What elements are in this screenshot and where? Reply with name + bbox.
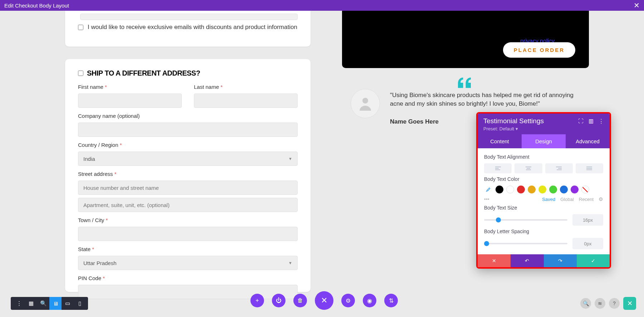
- clock-icon[interactable]: ◉: [363, 294, 376, 307]
- trash-icon[interactable]: 🗑: [293, 294, 307, 307]
- preset-dropdown[interactable]: Preset: Default ▾: [483, 126, 604, 131]
- help-icon[interactable]: ?: [609, 298, 620, 309]
- email-input[interactable]: [80, 14, 298, 20]
- swatch-white[interactable]: [506, 186, 514, 193]
- color-tab-recent[interactable]: Recent: [579, 197, 594, 202]
- align-justify-button[interactable]: [576, 163, 603, 173]
- color-row: [484, 186, 603, 193]
- bottom-toolbar: ⋮ ▦ 🔍 🖥 ▭ ▯: [11, 297, 88, 310]
- settings-icon[interactable]: ⚙: [341, 294, 355, 307]
- color-tab-global[interactable]: Global: [560, 197, 574, 202]
- size-value[interactable]: 16px: [572, 214, 603, 226]
- chevron-down-icon: ▼: [288, 157, 292, 161]
- company-input[interactable]: [78, 123, 298, 137]
- settings-panel: Testimonial Settings ⛶ ▥ ⋮ Preset: Defau…: [476, 112, 611, 269]
- tablet-icon[interactable]: ▭: [62, 297, 74, 310]
- town-input[interactable]: [78, 227, 298, 241]
- last-name-input[interactable]: [194, 93, 298, 108]
- add-button[interactable]: +: [250, 294, 264, 307]
- ship-heading: Ship to a different address?: [87, 69, 200, 77]
- email-card: I would like to receive exclusive emails…: [65, 11, 311, 47]
- tab-content[interactable]: Content: [478, 134, 522, 148]
- sort-icon[interactable]: ⇅: [384, 294, 398, 307]
- label-alignment: Body Text Alignment: [484, 154, 603, 160]
- label-first-name: First name *: [78, 84, 182, 90]
- spacing-value[interactable]: 0px: [572, 238, 603, 249]
- swatch-red[interactable]: [517, 186, 525, 193]
- label-color: Body Text Color: [484, 176, 603, 182]
- swatch-orange[interactable]: [528, 186, 536, 193]
- newsletter-label: I would like to receive exclusive emails…: [88, 24, 297, 31]
- tab-design[interactable]: Design: [522, 134, 566, 148]
- label-town: Town / City *: [78, 217, 298, 223]
- label-size: Body Text Size: [484, 205, 603, 211]
- menu-icon[interactable]: ⋮: [13, 297, 25, 310]
- swatch-none[interactable]: [581, 186, 589, 193]
- panel-body: Body Text Alignment Body Text Color: [478, 148, 610, 254]
- close-big-button[interactable]: ✕: [315, 291, 333, 310]
- shipping-card: Ship to a different address? First name …: [65, 59, 311, 292]
- desktop-icon[interactable]: 🖥: [49, 297, 62, 310]
- size-slider[interactable]: [484, 219, 567, 221]
- label-street: Street address *: [78, 171, 298, 177]
- mobile-icon[interactable]: ▯: [74, 297, 86, 310]
- eyedropper-icon[interactable]: [484, 186, 491, 193]
- newsletter-checkbox[interactable]: [78, 25, 83, 30]
- expand-icon[interactable]: ⛶: [578, 118, 584, 124]
- svg-point-0: [362, 98, 368, 104]
- page-title: Edit Checkout Body Layout: [4, 3, 69, 9]
- more-colors-icon[interactable]: •••: [484, 196, 489, 202]
- color-tab-saved[interactable]: Saved: [542, 197, 555, 202]
- columns-icon[interactable]: ▥: [589, 118, 594, 124]
- bottom-actions: + ⏻ 🗑 ✕ ⚙ ◉ ⇅: [250, 291, 398, 310]
- zoom-icon[interactable]: 🔍: [37, 297, 49, 310]
- close-icon[interactable]: ✕: [634, 1, 640, 10]
- discard-button[interactable]: ✕: [478, 254, 511, 267]
- panel-header[interactable]: Testimonial Settings ⛶ ▥ ⋮ Preset: Defau…: [478, 114, 610, 134]
- gear-icon[interactable]: ⚙: [599, 196, 603, 202]
- panel-title: Testimonial Settings: [483, 117, 544, 125]
- street2-input[interactable]: [78, 198, 298, 212]
- label-spacing: Body Letter Spacing: [484, 229, 603, 234]
- chevron-down-icon: ▼: [288, 261, 292, 265]
- align-right-button[interactable]: [545, 163, 573, 173]
- power-icon[interactable]: ⏻: [272, 294, 286, 307]
- align-center-button[interactable]: [514, 163, 542, 173]
- newsletter-row: I would like to receive exclusive emails…: [78, 24, 298, 31]
- exit-button[interactable]: ✕: [623, 297, 636, 310]
- state-select[interactable]: Uttar Pradesh▼: [78, 256, 298, 270]
- avatar: [351, 89, 380, 118]
- swatch-yellow[interactable]: [538, 186, 546, 193]
- label-company: Company name (optional): [78, 113, 298, 119]
- testimonial-text: "Using Biome's skincare products has hel…: [390, 91, 576, 108]
- label-last-name: Last name *: [194, 84, 298, 90]
- undo-button[interactable]: ↶: [511, 254, 543, 267]
- kebab-icon[interactable]: ⋮: [599, 118, 604, 124]
- search-icon[interactable]: 🔍: [580, 298, 591, 309]
- swatch-green[interactable]: [549, 186, 557, 193]
- align-left-button[interactable]: [484, 163, 512, 173]
- tab-advanced[interactable]: Advanced: [566, 134, 610, 148]
- spacing-slider[interactable]: [484, 243, 567, 244]
- confirm-button[interactable]: ✓: [577, 254, 610, 267]
- place-order-button[interactable]: PLACE ORDER: [503, 42, 575, 58]
- street1-input[interactable]: [78, 181, 298, 195]
- canvas: I would like to receive exclusive emails…: [0, 11, 644, 317]
- quote-icon: [458, 75, 471, 91]
- bottom-right-actions: 🔍 ≋ ? ✕: [580, 297, 636, 310]
- label-pincode: PIN Code *: [78, 275, 298, 281]
- testimonial-name: Name Goes Here: [390, 118, 439, 125]
- first-name-input[interactable]: [78, 93, 182, 108]
- swatch-purple[interactable]: [571, 186, 579, 193]
- top-bar: Edit Checkout Body Layout ✕: [0, 0, 644, 11]
- layers-icon[interactable]: ≋: [595, 298, 605, 309]
- swatch-black[interactable]: [496, 186, 503, 193]
- panel-footer: ✕ ↶ ↷ ✓: [478, 254, 610, 267]
- redo-button[interactable]: ↷: [544, 254, 577, 267]
- label-state: State *: [78, 246, 298, 252]
- country-select[interactable]: India▼: [78, 152, 298, 166]
- panel-tabs: Content Design Advanced: [478, 134, 610, 148]
- swatch-blue[interactable]: [560, 186, 568, 193]
- ship-diff-checkbox[interactable]: [78, 71, 83, 76]
- wireframe-icon[interactable]: ▦: [25, 297, 37, 310]
